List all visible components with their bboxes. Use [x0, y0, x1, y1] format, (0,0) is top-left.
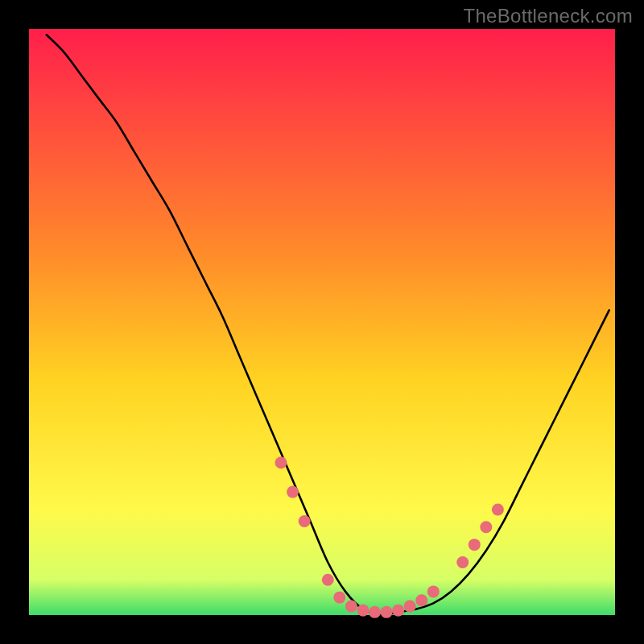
curve-dot	[415, 594, 427, 606]
curve-dot	[392, 605, 404, 617]
bottleneck-chart	[0, 0, 644, 644]
chart-stage: TheBottleneck.com	[0, 0, 644, 644]
curve-dot	[369, 606, 381, 618]
curve-dot	[404, 601, 416, 613]
curve-dot	[275, 456, 287, 469]
curve-dot	[469, 539, 481, 551]
curve-dot	[357, 605, 369, 617]
curve-dot	[427, 585, 440, 597]
curve-dot	[299, 515, 311, 527]
curve-dot	[480, 521, 492, 533]
curve-dot	[287, 486, 299, 498]
curve-dot	[456, 556, 469, 568]
curve-dot	[333, 592, 345, 604]
plot-background	[29, 29, 615, 615]
curve-dot	[492, 503, 504, 515]
curve-dot	[345, 601, 357, 613]
curve-dot	[322, 574, 334, 586]
watermark-text: TheBottleneck.com	[463, 5, 633, 27]
curve-dot	[381, 606, 393, 618]
